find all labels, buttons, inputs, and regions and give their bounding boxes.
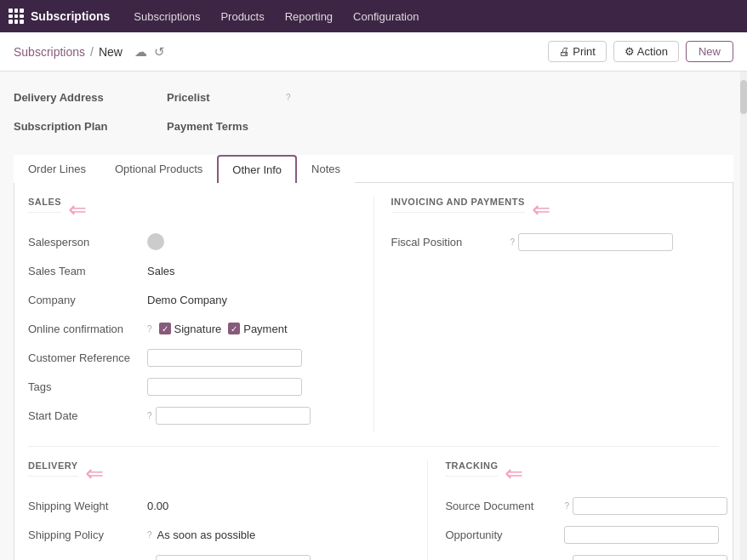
online-confirmation-help-icon: ? xyxy=(147,324,152,334)
top-navigation: Subscriptions Subscriptions Products Rep… xyxy=(0,0,747,32)
customer-reference-input[interactable] xyxy=(147,349,302,367)
delivery-address-field: Delivery Address xyxy=(14,85,133,109)
section-divider xyxy=(28,446,719,447)
scrollbar-thumb[interactable] xyxy=(740,80,747,114)
tracking-column: TRACKING ⇒ Source Document ? Opportunity… xyxy=(445,460,727,560)
start-date-help-icon: ? xyxy=(147,411,152,420)
start-date-input[interactable] xyxy=(156,407,311,425)
company-value: Demo Company xyxy=(147,294,227,306)
sales-team-value: Sales xyxy=(147,265,175,277)
fiscal-position-help-icon: ? xyxy=(510,237,516,247)
subscription-plan-field: Subscription Plan xyxy=(14,114,133,138)
sales-section-title: SALES xyxy=(28,197,61,213)
upload-icon[interactable]: ☁ xyxy=(134,44,147,60)
tracking-arrow-icon: ⇒ xyxy=(505,462,523,484)
refresh-icon[interactable]: ↺ xyxy=(154,44,165,60)
pricelist-help-icon: ? xyxy=(286,93,291,102)
shipping-weight-value: 0.00 xyxy=(147,500,168,512)
app-icon[interactable] xyxy=(9,9,24,24)
tags-input[interactable] xyxy=(147,378,302,396)
breadcrumb-separator: / xyxy=(90,45,94,59)
tab-content-other-info: SALES ⇒ Salesperson Sales Team Sales Com… xyxy=(14,183,733,560)
invoicing-section-title: INVOICING AND PAYMENTS xyxy=(391,197,525,213)
shipping-policy-value: As soon as possible xyxy=(157,529,256,541)
print-button[interactable]: 🖨 Print xyxy=(548,41,607,62)
signature-checkbox[interactable]: Signature xyxy=(159,323,222,335)
sales-team-field: Sales Team Sales xyxy=(28,259,356,283)
pricelist-field: Pricelist ? xyxy=(167,85,291,109)
new-button[interactable]: New xyxy=(686,41,733,62)
nav-products[interactable]: Products xyxy=(210,0,274,32)
scrollbar[interactable] xyxy=(740,71,747,560)
fiscal-position-input[interactable] xyxy=(518,233,673,251)
delivery-arrow-icon: ⇒ xyxy=(85,462,104,484)
delivery-date-field: Delivery Date ? Expected: xyxy=(28,551,410,560)
source-document-input[interactable] xyxy=(573,497,727,515)
nav-configuration[interactable]: Configuration xyxy=(343,0,429,32)
delivery-date-input[interactable] xyxy=(156,555,311,561)
avatar xyxy=(147,233,164,250)
lower-section: DELIVERY ⇒ Shipping Weight 0.00 Shipping… xyxy=(28,460,719,560)
tab-notes[interactable]: Notes xyxy=(297,155,355,183)
shipping-policy-help-icon: ? xyxy=(147,530,152,540)
online-confirmation-field: Online confirmation ? Signature Payment xyxy=(28,317,356,340)
delivery-column: DELIVERY ⇒ Shipping Weight 0.00 Shipping… xyxy=(28,460,428,560)
campaign-field: Campaign ? xyxy=(445,551,727,560)
start-date-field: Start Date ? xyxy=(28,403,356,427)
tab-optional-products[interactable]: Optional Products xyxy=(100,155,217,183)
fiscal-position-field: Fiscal Position ? xyxy=(391,230,720,254)
breadcrumb-parent[interactable]: Subscriptions xyxy=(14,45,85,59)
campaign-input[interactable] xyxy=(573,555,727,561)
customer-reference-field: Customer Reference xyxy=(28,346,356,369)
salesperson-field: Salesperson xyxy=(28,230,356,254)
sales-arrow-icon: ⇒ xyxy=(68,198,87,220)
opportunity-field: Opportunity xyxy=(445,523,727,546)
invoicing-arrow-icon: ⇒ xyxy=(532,198,550,220)
shipping-weight-field: Shipping Weight 0.00 xyxy=(28,494,410,517)
breadcrumb: Subscriptions / New ☁ ↺ xyxy=(14,44,165,60)
breadcrumb-actions: ☁ ↺ xyxy=(134,44,165,60)
breadcrumb-bar: Subscriptions / New ☁ ↺ 🖨 Print ⚙ Action… xyxy=(0,32,747,71)
tracking-section-title: TRACKING xyxy=(445,460,498,477)
tab-order-lines[interactable]: Order Lines xyxy=(14,155,100,183)
payment-checkbox[interactable]: Payment xyxy=(228,323,287,335)
tab-other-info[interactable]: Other Info xyxy=(217,155,297,183)
header-actions: 🖨 Print ⚙ Action New xyxy=(548,41,733,62)
tabs-container: Order Lines Optional Products Other Info… xyxy=(14,155,733,183)
nav-subscriptions[interactable]: Subscriptions xyxy=(123,0,210,32)
top-left-fields: Delivery Address Subscription Plan xyxy=(14,85,133,143)
delivery-section-title: DELIVERY xyxy=(28,460,78,477)
app-name: Subscriptions xyxy=(31,9,110,23)
shipping-policy-field: Shipping Policy ? As soon as possible xyxy=(28,523,410,546)
source-document-field: Source Document ? xyxy=(445,494,727,517)
nav-reporting[interactable]: Reporting xyxy=(275,0,343,32)
invoicing-column: INVOICING AND PAYMENTS ⇒ Fiscal Position… xyxy=(391,197,720,432)
sales-column: SALES ⇒ Salesperson Sales Team Sales Com… xyxy=(28,197,374,432)
form-area: Delivery Address Subscription Plan Price… xyxy=(0,71,747,560)
breadcrumb-current: New xyxy=(99,45,123,59)
source-document-help-icon: ? xyxy=(564,501,569,511)
upper-section: SALES ⇒ Salesperson Sales Team Sales Com… xyxy=(28,197,719,432)
action-button[interactable]: ⚙ Action xyxy=(613,41,679,62)
top-right-fields: Pricelist ? Payment Terms xyxy=(167,85,291,143)
opportunity-input[interactable] xyxy=(564,526,719,544)
tags-field: Tags xyxy=(28,374,356,398)
expected-label: Expected: xyxy=(362,557,411,561)
payment-terms-field: Payment Terms xyxy=(167,114,291,138)
company-field: Company Demo Company xyxy=(28,288,356,311)
